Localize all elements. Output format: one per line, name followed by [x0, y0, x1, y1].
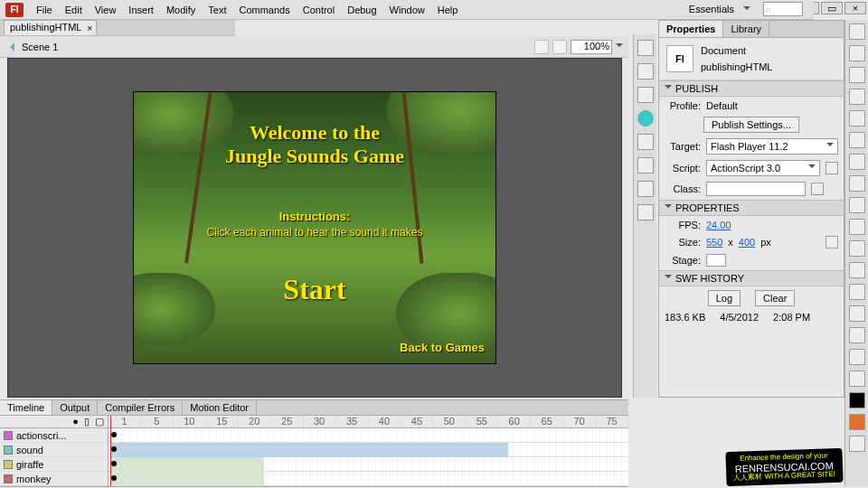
tab-output[interactable]: Output: [52, 400, 98, 415]
properties-section-head[interactable]: PROPERTIES: [659, 200, 844, 216]
keyframe-icon[interactable]: [111, 446, 117, 452]
size-height[interactable]: 400: [739, 237, 755, 248]
hand-tool-icon[interactable]: [849, 349, 865, 365]
workspace-switcher[interactable]: Essentials: [684, 2, 750, 16]
swf-history-head[interactable]: SWF HISTORY: [659, 270, 844, 286]
line-tool-icon[interactable]: [849, 154, 865, 170]
eraser-tool-icon[interactable]: [849, 327, 865, 343]
subselection-tool-icon[interactable]: [849, 45, 865, 61]
menu-help[interactable]: Help: [438, 5, 458, 15]
script-select[interactable]: ActionScript 3.0: [706, 160, 820, 176]
search-input[interactable]: ⌕: [763, 2, 803, 16]
lock-icon[interactable]: ▯: [84, 416, 90, 427]
wrench-icon[interactable]: [826, 236, 838, 249]
deco-tool-icon[interactable]: [849, 240, 865, 257]
log-button[interactable]: Log: [708, 290, 741, 306]
pencil-tool-icon[interactable]: [849, 197, 865, 213]
edit-symbol-icon[interactable]: [552, 40, 567, 54]
close-icon[interactable]: ×: [87, 23, 92, 33]
stroke-color-swatch[interactable]: [849, 392, 865, 408]
pencil-icon[interactable]: [811, 183, 824, 195]
menu-debug[interactable]: Debug: [347, 5, 376, 15]
keyframe-icon[interactable]: [111, 432, 117, 437]
frame-area[interactable]: 151015202530354045505560657075: [108, 416, 628, 486]
swap-colors-icon[interactable]: [849, 436, 865, 452]
start-button[interactable]: Start: [134, 273, 495, 306]
frame-row[interactable]: [108, 472, 628, 486]
keyframe-icon[interactable]: [111, 461, 117, 466]
back-arrow-icon[interactable]: [5, 42, 14, 52]
motion-presets-icon[interactable]: [637, 181, 654, 197]
tab-motion-editor[interactable]: Motion Editor: [183, 400, 257, 415]
menu-edit[interactable]: Edit: [65, 5, 82, 15]
zoom-tool-icon[interactable]: [849, 371, 865, 387]
swatches-panel-icon[interactable]: [637, 87, 654, 103]
paint-bucket-tool-icon[interactable]: [849, 284, 865, 300]
document-tab[interactable]: publishingHTML ×: [4, 20, 97, 35]
window-maximize[interactable]: ▭: [821, 2, 843, 14]
frame-row[interactable]: [108, 457, 628, 472]
project-panel-icon[interactable]: [637, 204, 654, 221]
fps-value[interactable]: 24.00: [706, 220, 731, 230]
tab-properties[interactable]: Properties: [659, 21, 723, 37]
stage-color-swatch[interactable]: [706, 254, 726, 267]
menu-file[interactable]: File: [36, 5, 52, 15]
transform-panel-icon[interactable]: [637, 134, 654, 150]
menu-view[interactable]: View: [95, 5, 117, 15]
chevron-down-icon[interactable]: [616, 43, 623, 51]
chevron-down-icon: [808, 164, 816, 172]
layer-row[interactable]: actionscri...: [0, 428, 108, 443]
profile-label: Profile:: [665, 100, 701, 111]
window-close[interactable]: ×: [844, 2, 866, 14]
frame-span[interactable]: [110, 457, 264, 472]
menu-text[interactable]: Text: [208, 5, 226, 15]
scene-label[interactable]: Scene 1: [22, 42, 58, 52]
edit-scene-icon[interactable]: [534, 40, 549, 54]
bone-tool-icon[interactable]: [849, 262, 865, 278]
stage[interactable]: Welcome to the Jungle Sounds Game Instru…: [134, 92, 495, 363]
fill-color-swatch[interactable]: [849, 414, 865, 430]
clear-button[interactable]: Clear: [755, 290, 795, 306]
tab-compiler-errors[interactable]: Compiler Errors: [98, 400, 183, 415]
tab-library[interactable]: Library: [723, 21, 769, 37]
menu-commands[interactable]: Commands: [239, 5, 289, 15]
target-select[interactable]: Flash Player 11.2: [706, 138, 838, 155]
wrench-icon[interactable]: [826, 162, 838, 174]
menu-modify[interactable]: Modify: [166, 5, 195, 15]
pen-tool-icon[interactable]: [849, 110, 865, 127]
text-tool-icon[interactable]: [849, 132, 865, 148]
frame-ruler[interactable]: 151015202530354045505560657075: [108, 416, 628, 428]
brush-tool-icon[interactable]: [849, 219, 865, 235]
size-width[interactable]: 550: [706, 237, 722, 248]
class-input[interactable]: [706, 182, 806, 196]
tab-timeline[interactable]: Timeline: [0, 400, 52, 415]
rectangle-tool-icon[interactable]: [849, 175, 865, 192]
eyedropper-tool-icon[interactable]: [849, 305, 865, 322]
menu-control[interactable]: Control: [303, 5, 335, 15]
sound-span[interactable]: [110, 443, 508, 457]
info-panel-icon[interactable]: [637, 110, 654, 127]
frame-row[interactable]: [108, 428, 628, 443]
stage-viewport[interactable]: Welcome to the Jungle Sounds Game Instru…: [7, 58, 622, 398]
playhead[interactable]: [110, 416, 111, 486]
selection-tool-icon[interactable]: [849, 23, 865, 40]
eye-icon[interactable]: ●: [72, 416, 79, 427]
publish-section-head[interactable]: PUBLISH: [659, 80, 844, 97]
layer-row[interactable]: sound: [0, 443, 108, 457]
lasso-tool-icon[interactable]: [849, 89, 865, 105]
outline-icon[interactable]: ▢: [95, 416, 104, 427]
frame-row[interactable]: [108, 443, 628, 457]
back-to-games-link[interactable]: Back to Games: [400, 341, 485, 354]
color-panel-icon[interactable]: [637, 63, 654, 80]
components-panel-icon[interactable]: [637, 157, 654, 174]
publish-settings-button[interactable]: Publish Settings...: [703, 117, 799, 133]
frame-span[interactable]: [110, 472, 264, 486]
layer-row[interactable]: giraffe: [0, 457, 108, 472]
layer-row[interactable]: monkey: [0, 472, 108, 486]
menu-insert[interactable]: Insert: [128, 5, 154, 15]
menu-window[interactable]: Window: [390, 5, 425, 15]
align-panel-icon[interactable]: [637, 40, 654, 56]
keyframe-icon[interactable]: [111, 475, 117, 481]
free-transform-tool-icon[interactable]: [849, 67, 865, 83]
zoom-input[interactable]: 100%: [571, 40, 612, 54]
